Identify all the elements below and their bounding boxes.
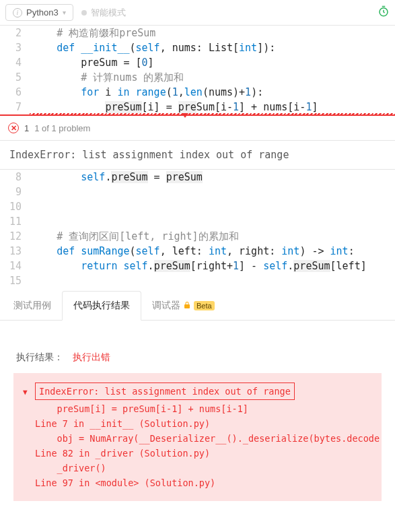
result-label: 执行结果： xyxy=(16,352,63,364)
line-number: 15 xyxy=(0,273,30,288)
error-caret-icon xyxy=(182,113,188,118)
trace-line: Line 82 in _driver (Solution.py) xyxy=(35,446,371,461)
code-content[interactable]: # 构造前缀和preSum xyxy=(30,26,395,40)
code-line[interactable]: 8 self.preSum = preSum xyxy=(0,170,395,185)
code-line[interactable]: 3 def __init__(self, nums: List[int]): xyxy=(0,40,395,55)
timer-icon[interactable] xyxy=(378,5,390,20)
chevron-down-icon: ▾ xyxy=(63,9,66,16)
code-content[interactable]: def sumRange(self, left: int, right: int… xyxy=(30,244,395,259)
code-line[interactable]: 6 for i in range(1,len(nums)+1): xyxy=(0,85,395,100)
error-icon: ✕ xyxy=(8,123,19,133)
code-editor-continued[interactable]: 8 self.preSum = preSum9 10 11 12 # 查询闭区间… xyxy=(0,170,395,288)
line-number: 2 xyxy=(0,26,30,40)
line-number: 4 xyxy=(0,55,30,70)
code-editor[interactable]: 2 # 构造前缀和preSum3 def __init__(self, nums… xyxy=(0,26,395,114)
line-number: 11 xyxy=(0,214,30,229)
line-number: 5 xyxy=(0,70,30,85)
trace-line: Line 7 in __init__ (Solution.py) xyxy=(35,416,371,431)
code-line[interactable]: 10 xyxy=(0,199,395,214)
code-line[interactable]: 7 preSum[i] = preSum[i-1] + nums[i-1] xyxy=(0,100,395,114)
result-tabs: 测试用例 代码执行结果 调试器 Beta xyxy=(0,291,395,321)
code-content[interactable] xyxy=(30,199,395,214)
code-content[interactable]: self.preSum = preSum xyxy=(30,170,395,185)
code-line[interactable]: 13 def sumRange(self, left: int, right: … xyxy=(0,244,395,259)
line-number: 8 xyxy=(0,170,30,185)
smart-mode-label: 智能模式 xyxy=(91,7,126,19)
problems-bar[interactable]: ✕ 1 1 of 1 problem xyxy=(0,116,395,141)
problem-summary: 1 of 1 problem xyxy=(34,123,90,133)
code-line[interactable]: 15 xyxy=(0,273,395,288)
status-dot-icon xyxy=(81,10,87,15)
code-line[interactable]: 12 # 查询闭区间[left, right]的累加和 xyxy=(0,229,395,244)
problem-count: 1 xyxy=(24,123,29,133)
line-number: 14 xyxy=(0,259,30,273)
tab-code-result[interactable]: 代码执行结果 xyxy=(62,291,141,321)
code-content[interactable]: # 计算nums 的累加和 xyxy=(30,70,395,85)
code-line[interactable]: 14 return self.preSum[right+1] - self.pr… xyxy=(0,259,395,273)
code-content[interactable]: preSum = [0] xyxy=(30,55,395,70)
tab-debugger-label: 调试器 xyxy=(152,300,180,312)
trace-line: _driver() xyxy=(35,461,371,475)
line-number: 7 xyxy=(0,100,30,114)
language-label: Python3 xyxy=(26,7,59,18)
code-content[interactable] xyxy=(30,185,395,199)
trace-line: Line 97 in <module> (Solution.py) xyxy=(35,475,371,490)
code-line[interactable]: 4 preSum = [0] xyxy=(0,55,395,70)
code-content[interactable]: preSum[i] = preSum[i-1] + nums[i-1] xyxy=(30,100,395,114)
code-content[interactable] xyxy=(30,273,395,288)
lock-icon xyxy=(183,300,191,311)
smart-mode-toggle[interactable]: 智能模式 xyxy=(81,7,126,19)
language-select[interactable]: i Python3 ▾ xyxy=(5,4,73,21)
info-icon: i xyxy=(13,8,22,18)
line-number: 12 xyxy=(0,229,30,244)
top-toolbar: i Python3 ▾ 智能模式 xyxy=(0,0,395,26)
trace-line: preSum[i] = preSum[i-1] + nums[i-1] xyxy=(35,401,371,416)
error-message: IndexError: list assignment index out of… xyxy=(0,141,395,170)
code-content[interactable]: return self.preSum[right+1] - self.preSu… xyxy=(30,259,395,273)
line-number: 13 xyxy=(0,244,30,259)
result-panel: 执行结果： 执行出错 ▼ IndexError: list assignment… xyxy=(0,321,395,509)
code-line[interactable]: 5 # 计算nums 的累加和 xyxy=(0,70,395,85)
tab-debugger[interactable]: 调试器 Beta xyxy=(141,292,225,320)
beta-badge: Beta xyxy=(194,301,215,310)
code-content[interactable]: def __init__(self, nums: List[int]): xyxy=(30,40,395,55)
error-traceback: ▼ IndexError: list assignment index out … xyxy=(13,373,382,501)
line-number: 6 xyxy=(0,85,30,100)
trace-error-main: IndexError: list assignment index out of… xyxy=(35,383,295,400)
result-status: 执行出错 xyxy=(73,352,110,364)
code-line[interactable]: 2 # 构造前缀和preSum xyxy=(0,26,395,40)
line-number: 9 xyxy=(0,185,30,199)
code-content[interactable]: # 查询闭区间[left, right]的累加和 xyxy=(30,229,395,244)
code-content[interactable] xyxy=(30,214,395,229)
code-content[interactable]: for i in range(1,len(nums)+1): xyxy=(30,85,395,100)
line-number: 10 xyxy=(0,199,30,214)
code-line[interactable]: 9 xyxy=(0,185,395,199)
collapse-caret-icon[interactable]: ▼ xyxy=(23,385,28,400)
trace-line: obj = NumArray(__Deserializer__()._deser… xyxy=(35,431,371,446)
code-line[interactable]: 11 xyxy=(0,214,395,229)
tab-test-cases[interactable]: 测试用例 xyxy=(3,292,62,320)
line-number: 3 xyxy=(0,40,30,55)
